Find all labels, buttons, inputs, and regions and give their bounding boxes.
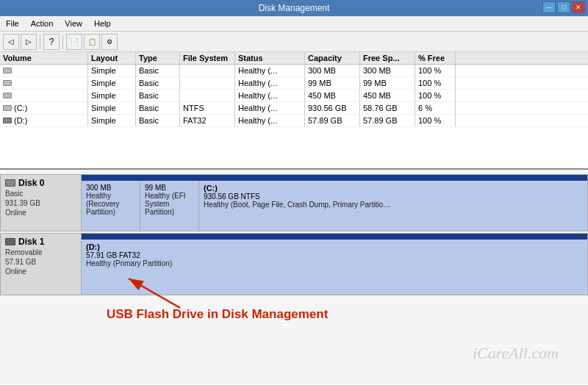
main-content: Volume Layout Type File System Status Ca… [0,52,588,384]
header-free: Free Sp... [360,52,415,64]
help-button[interactable]: ? [43,34,60,50]
part2-status: Healthy (EFI System Partition) [145,192,194,216]
row2-cap: 99 MB [305,77,360,89]
row2-type: Basic [136,77,180,89]
header-volume: Volume [0,52,88,64]
row4-cap: 930.56 GB [305,102,360,114]
list-header: Volume Layout Type File System Status Ca… [0,52,588,65]
copy-button[interactable]: 📋 [84,34,100,50]
part1-size: 300 MB [86,184,135,192]
table-row[interactable]: Simple Basic Healthy (... 99 MB 99 MB 10… [0,77,588,90]
row2-pct: 100 % [415,77,456,89]
red-arrow-svg [114,275,202,312]
window-controls[interactable]: ─ □ ✕ [542,1,585,13]
disk1-title: Disk 1 [18,237,44,247]
toolbar-separator-1 [40,35,40,49]
part2-size: 99 MB [145,184,194,192]
menu-file[interactable]: File [3,18,22,29]
close-button[interactable]: ✕ [572,1,585,13]
row3-type: Basic [136,90,180,101]
row3-fs [180,90,235,101]
row3-cap: 450 MB [305,90,360,101]
row1-fs [180,65,235,76]
disk0-partition2[interactable]: 99 MB Healthy (EFI System Partition) [140,181,199,231]
disk1-icon [5,238,15,245]
disk0-partition3[interactable]: (C:) 930.56 GB NTFS Healthy (Boot, Page … [199,181,587,231]
row3-status: Healthy (... [235,90,305,101]
d-part1-size: 57.91 GB FAT32 [86,251,583,259]
disk0-size: 931.39 GB [5,199,76,207]
disk0-status: Online [5,209,76,217]
row3-layout: Simple [88,90,136,101]
menu-action[interactable]: Action [28,18,57,29]
table-row[interactable]: Simple Basic Healthy (... 450 MB 450 MB … [0,90,588,102]
row2-layout: Simple [88,77,136,89]
disk0-body: 300 MB Healthy (Recovery Partition) 99 M… [81,174,588,231]
disk-icon [3,68,12,73]
disk0-type: Basic [5,190,76,198]
row4-volume: (C:) [0,102,88,114]
row1-free: 300 MB [360,65,415,76]
header-fs: File System [180,52,235,64]
disk1-label: Disk 1 Removable 57.91 GB Online [0,233,81,295]
header-layout: Layout [88,52,136,64]
row4-type: Basic [136,102,180,114]
disk0-partitions: 300 MB Healthy (Recovery Partition) 99 M… [82,181,587,231]
row2-volume [0,77,88,89]
row2-fs [180,77,235,89]
part3-status: Healthy (Boot, Page File, Crash Dump, Pr… [204,201,583,209]
part3-size: 930.56 GB NTFS [204,192,583,201]
title-bar: Disk Management ─ □ ✕ [0,0,588,16]
disk0-title: Disk 0 [18,178,44,188]
forward-button[interactable]: ▷ [21,34,37,50]
minimize-button[interactable]: ─ [542,1,556,13]
row3-free: 450 MB [360,90,415,101]
row4-pct: 6 % [415,102,456,114]
window-title: Disk Management [259,3,330,13]
header-status: Status [235,52,305,64]
disk-icon [3,80,12,86]
maximize-button[interactable]: □ [557,1,570,13]
row5-status: Healthy (... [235,115,305,126]
d-part1-status: Healthy (Primary Partition) [86,259,583,267]
caption-text: USB Flash Drive in Disk Management [107,307,328,321]
annotation: USB Flash Drive in Disk Management [114,275,328,322]
row4-layout: Simple [88,102,136,114]
row4-fs: NTFS [180,102,235,114]
disk-icon [3,93,12,98]
row5-fs: FAT32 [180,115,235,126]
table-row[interactable]: (D:) Simple Basic FAT32 Healthy (... 57.… [0,115,588,127]
disk0-label: Disk 0 Basic 931.39 GB Online [0,174,81,231]
disk0-row: Disk 0 Basic 931.39 GB Online 300 MB Hea… [0,174,588,231]
row5-layout: Simple [88,115,136,126]
disk1-name: Disk 1 [5,237,76,247]
svg-line-1 [129,278,180,308]
row1-status: Healthy (... [235,65,305,76]
row5-cap: 57.89 GB [305,115,360,126]
toolbar: ◁ ▷ ? 📄 📋 ⚙ [0,32,588,52]
table-row[interactable]: (C:) Simple Basic NTFS Healthy (... 930.… [0,102,588,115]
d-part1-name: (D:) [86,242,583,251]
table-row[interactable]: Simple Basic Healthy (... 300 MB 300 MB … [0,65,588,77]
row5-pct: 100 % [415,115,456,126]
row1-type: Basic [136,65,180,76]
disk1-bar [82,234,587,240]
menu-view[interactable]: View [62,18,85,29]
disk0-bar [82,175,587,181]
annotation-label: USB Flash Drive in Disk Management [107,307,328,322]
row1-layout: Simple [88,65,136,76]
disk1-status: Online [5,267,76,276]
new-button[interactable]: 📄 [66,34,82,50]
disk0-name: Disk 0 [5,178,76,188]
disk0-partition1[interactable]: 300 MB Healthy (Recovery Partition) [82,181,140,231]
header-type: Type [136,52,180,64]
disk-icon [3,105,12,111]
menu-help[interactable]: Help [91,18,114,29]
header-pct: % Free [415,52,456,64]
disk0-icon [5,179,15,187]
toolbar-separator-2 [62,35,63,49]
back-button[interactable]: ◁ [3,34,19,50]
disk1-type: Removable [5,248,76,256]
row4-status: Healthy (... [235,102,305,114]
settings-button[interactable]: ⚙ [101,34,118,50]
